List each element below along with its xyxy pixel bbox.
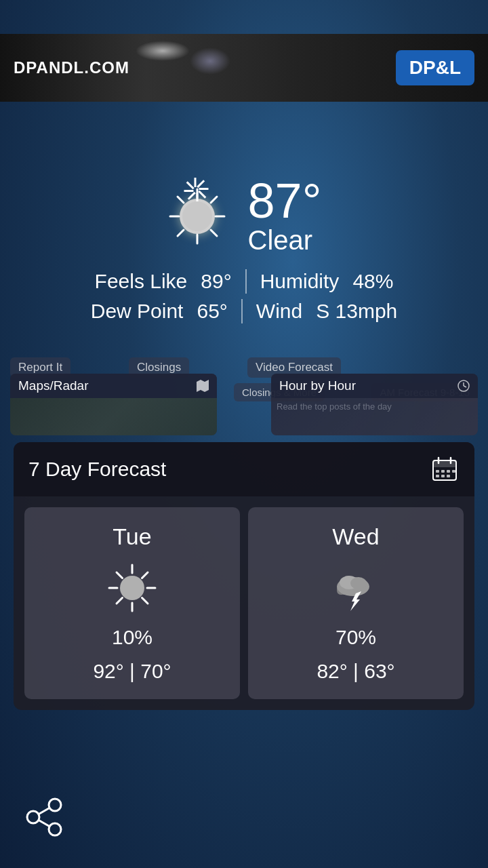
wed-precip: 70%	[336, 626, 376, 649]
feels-like-label: Feels Like	[95, 270, 188, 293]
svg-rect-36	[441, 470, 445, 473]
wind-label: Wind	[256, 300, 302, 323]
main-content: 87° Clear Feels Like 89° Humidity 48% De…	[0, 149, 488, 710]
svg-line-46	[117, 572, 123, 578]
background-tabs: Report It Closings Video Forecast AM For…	[7, 357, 481, 435]
bg-maps-card[interactable]: Maps/Radar	[10, 374, 217, 435]
svg-line-23	[211, 230, 217, 236]
svg-rect-37	[447, 470, 450, 473]
current-weather-section: 87° Clear Feels Like 89° Humidity 48% De…	[0, 149, 488, 337]
svg-rect-35	[436, 470, 439, 473]
svg-line-25	[178, 230, 184, 236]
bg-maps-label: Maps/Radar	[18, 378, 89, 393]
svg-line-48	[142, 572, 148, 578]
temperature-display: 87° Clear	[248, 176, 322, 256]
clock-icon	[458, 380, 470, 392]
hour-preview-text: Read the top posts of the day	[271, 398, 478, 415]
wind-value: S 13mph	[316, 300, 397, 323]
humidity-value: 48%	[352, 270, 393, 293]
sun-rays-svg	[167, 186, 228, 247]
svg-line-47	[142, 598, 148, 604]
svg-line-24	[211, 197, 217, 203]
svg-line-59	[39, 821, 49, 826]
svg-point-50	[120, 576, 144, 600]
current-weather-icon	[167, 186, 228, 247]
svg-point-55	[49, 799, 61, 811]
share-button[interactable]	[20, 793, 68, 841]
calendar-icon	[430, 454, 460, 484]
svg-marker-27	[197, 380, 209, 392]
tue-sun-svg	[105, 561, 159, 615]
dew-point-label: Dew Point	[91, 300, 184, 323]
weather-details: Feels Like 89° Humidity 48% Dew Point 65…	[91, 269, 398, 323]
calendar-svg	[432, 456, 458, 482]
bg-hour-label: Hour by Hour	[279, 378, 356, 393]
wed-thunder-svg	[329, 561, 383, 615]
svg-rect-32	[433, 460, 456, 467]
svg-rect-39	[436, 475, 439, 477]
bg-hour-card[interactable]: Hour by Hour Read the top posts of the d…	[271, 374, 478, 435]
svg-point-53	[350, 577, 367, 589]
ad-banner[interactable]: DPANDL.COM DP&L	[0, 34, 488, 102]
hour-preview: Read the top posts of the day	[271, 398, 478, 435]
svg-rect-41	[447, 475, 450, 477]
svg-line-58	[39, 808, 49, 814]
forecast-header: 7 Day Forecast	[14, 442, 474, 496]
dew-point-value: 65°	[197, 300, 227, 323]
feels-humidity-row: Feels Like 89° Humidity 48%	[95, 269, 394, 294]
map-icon	[197, 380, 209, 392]
wed-weather-icon	[329, 561, 383, 615]
svg-rect-40	[441, 475, 445, 477]
svg-point-26	[182, 201, 212, 231]
svg-point-57	[49, 823, 61, 835]
forecast-day-wed[interactable]: Wed 70%	[248, 507, 464, 699]
current-temp: 87°	[248, 176, 322, 225]
svg-line-22	[178, 197, 184, 203]
share-icon	[24, 797, 64, 837]
wed-day-name: Wed	[332, 524, 379, 550]
humidity-label: Humidity	[260, 270, 340, 293]
tue-temps: 92° | 70°	[93, 660, 171, 683]
ad-dpandl-text: DPANDL.COM	[14, 58, 129, 77]
forecast-days-container: Tue	[14, 496, 474, 710]
svg-rect-38	[452, 470, 455, 473]
current-condition: Clear	[248, 225, 322, 256]
wed-temps: 82° | 63°	[317, 660, 394, 683]
ad-dpl-logo: DP&L	[396, 50, 474, 85]
tue-day-name: Tue	[113, 524, 151, 550]
forecast-day-tue[interactable]: Tue	[24, 507, 240, 699]
forecast-panel[interactable]: 7 Day Forecast	[14, 442, 474, 710]
svg-line-49	[117, 598, 123, 604]
temp-row: 87° Clear	[167, 176, 322, 256]
svg-line-30	[464, 386, 466, 387]
dew-wind-row: Dew Point 65° Wind S 13mph	[91, 299, 398, 323]
feels-like-value: 89°	[201, 270, 231, 293]
bg-maps-header: Maps/Radar	[10, 374, 217, 398]
bg-hour-header: Hour by Hour	[271, 374, 478, 398]
maps-preview	[10, 398, 217, 435]
svg-point-56	[27, 811, 39, 823]
tue-weather-icon	[105, 561, 159, 615]
forecast-title: 7 Day Forecast	[28, 458, 166, 481]
tue-precip: 10%	[112, 626, 152, 649]
